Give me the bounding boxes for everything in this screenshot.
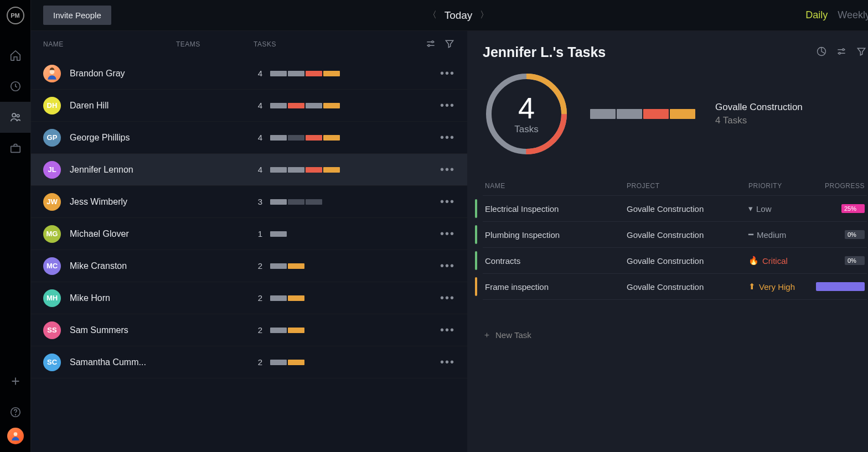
nav-help-icon[interactable] (0, 397, 31, 428)
tasks-cell: 4 (254, 165, 409, 174)
task-bars (270, 199, 322, 205)
view-toggle: Daily Weekly (805, 9, 868, 21)
priority-icon: ━ (748, 230, 753, 240)
tcol-project: PROJECT (627, 182, 748, 190)
person-row[interactable]: Brandon Gray4••• (31, 58, 467, 90)
people-panel: NAME TEAMS TASKS Brandon Gray4•••DHDaren… (31, 31, 467, 452)
person-name: Jess Wimberly (70, 197, 176, 207)
avatar: MH (43, 289, 61, 307)
task-bars (270, 360, 304, 365)
avatar (43, 65, 61, 82)
task-name: Electrical Inspection (485, 204, 627, 214)
row-more-icon[interactable]: ••• (440, 163, 455, 176)
task-count: 4 (254, 165, 262, 174)
row-more-icon[interactable]: ••• (440, 99, 455, 112)
nav-briefcase-icon[interactable] (0, 133, 31, 164)
person-row[interactable]: SSSam Summers2••• (31, 314, 467, 346)
person-name: Jennifer Lennon (70, 165, 176, 175)
main: Invite People 〈 Today 〉 Daily Weekly NAM… (31, 0, 868, 452)
avatar: SS (43, 321, 61, 339)
people-header: NAME TEAMS TASKS (31, 31, 467, 58)
task-count: 4 (254, 101, 262, 110)
task-progress: 0% (816, 256, 865, 265)
row-more-icon[interactable]: ••• (440, 292, 455, 304)
col-tasks: TASKS (254, 40, 381, 48)
col-teams: TEAMS (176, 40, 254, 48)
people-list: Brandon Gray4•••DHDaren Hill4•••GPGeorge… (31, 58, 467, 378)
task-row[interactable]: Plumbing InspectionGovalle Construction━… (483, 222, 867, 248)
settings-sliders-icon[interactable] (425, 38, 436, 51)
person-row[interactable]: SCSamantha Cumm...2••• (31, 346, 467, 378)
task-name: Frame inspection (485, 282, 627, 292)
date-prev-icon[interactable]: 〈 (428, 9, 437, 21)
person-row[interactable]: MGMichael Glover1••• (31, 218, 467, 250)
app-logo[interactable]: PM (7, 7, 24, 24)
person-row[interactable]: GPGeorge Phillips4••• (31, 122, 467, 154)
tasks-cell: 2 (254, 293, 409, 303)
task-row[interactable]: Electrical InspectionGovalle Constructio… (483, 196, 867, 222)
person-name: Michael Glover (70, 229, 176, 239)
task-count: 2 (254, 261, 262, 271)
person-row[interactable]: JLJennifer Lennon4••• (31, 154, 467, 186)
tasks-cell: 1 (254, 229, 409, 238)
person-row[interactable]: JWJess Wimberly3••• (31, 186, 467, 218)
filter-icon[interactable] (856, 46, 867, 59)
tasks-cell: 4 (254, 69, 409, 78)
user-avatar[interactable] (7, 428, 24, 444)
settings-sliders-icon[interactable] (836, 46, 847, 59)
task-row[interactable]: ContractsGovalle Construction🔥Critical0% (483, 248, 867, 274)
nav-add-icon[interactable] (0, 366, 31, 397)
row-more-icon[interactable]: ••• (440, 356, 455, 368)
row-more-icon[interactable]: ••• (440, 227, 455, 240)
new-task-button[interactable]: ＋ New Task (483, 330, 867, 340)
task-progress (816, 282, 865, 291)
detail-title: Jennifer L.'s Tasks (483, 44, 816, 60)
row-more-icon[interactable]: ••• (440, 131, 455, 144)
view-weekly[interactable]: Weekly (838, 9, 868, 21)
filter-icon[interactable] (444, 38, 455, 51)
task-row[interactable]: Frame inspectionGovalle Construction⬆Ver… (483, 274, 867, 300)
task-bars (270, 295, 304, 301)
svg-rect-3 (11, 146, 20, 152)
task-name: Plumbing Inspection (485, 230, 627, 240)
summary-bars (590, 109, 695, 119)
task-count: 2 (254, 357, 262, 367)
task-count: 4 (254, 133, 262, 142)
detail-panel: Jennifer L.'s Tasks (467, 31, 868, 452)
task-bars (270, 167, 340, 173)
svg-point-1 (12, 113, 16, 117)
new-task-label: New Task (495, 330, 531, 340)
person-name: Mike Horn (70, 293, 176, 303)
invite-people-button[interactable]: Invite People (43, 6, 111, 25)
person-row[interactable]: DHDaren Hill4••• (31, 90, 467, 122)
task-table-header: NAME PROJECT PRIORITY PROGRESS (483, 176, 867, 196)
tasks-cell: 4 (254, 133, 409, 142)
priority-icon: 🔥 (748, 256, 759, 266)
svg-point-5 (15, 414, 16, 415)
date-next-icon[interactable]: 〉 (480, 9, 489, 21)
view-daily[interactable]: Daily (805, 9, 828, 21)
row-more-icon[interactable]: ••• (440, 67, 455, 80)
row-more-icon[interactable]: ••• (440, 195, 455, 208)
nav-clock-icon[interactable] (0, 71, 31, 102)
row-more-icon[interactable]: ••• (440, 324, 455, 336)
task-progress: 0% (816, 230, 865, 239)
tasks-cell: 2 (254, 325, 409, 335)
nav-home-icon[interactable] (0, 40, 31, 71)
avatar: SC (43, 354, 61, 371)
app-sidebar: PM (0, 0, 31, 452)
task-count: 1 (254, 229, 262, 238)
person-row[interactable]: MHMike Horn2••• (31, 282, 467, 314)
avatar: JL (43, 161, 61, 179)
task-name: Contracts (485, 256, 627, 266)
row-more-icon[interactable]: ••• (440, 259, 455, 272)
avatar: MC (43, 257, 61, 275)
person-name: Samantha Cumm... (70, 357, 176, 367)
person-row[interactable]: MCMike Cranston2••• (31, 250, 467, 282)
nav-people-icon[interactable] (0, 102, 31, 133)
person-name: Mike Cranston (70, 261, 176, 271)
task-bars (270, 71, 340, 76)
svg-point-6 (13, 432, 17, 436)
chart-pie-icon[interactable] (816, 46, 827, 59)
task-bars (270, 135, 340, 141)
